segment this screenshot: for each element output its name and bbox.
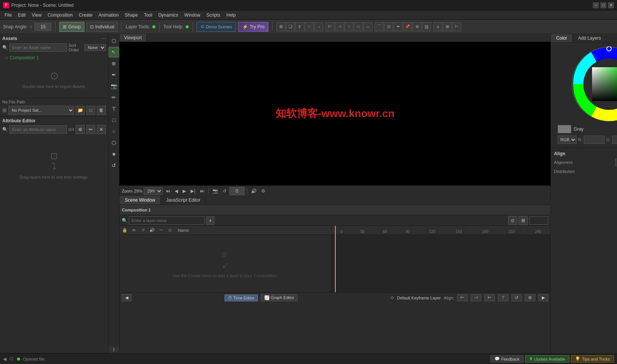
rotate-tool-button[interactable]: ↺ [109, 160, 119, 171]
vc-audio-button[interactable]: 🔊 [250, 188, 258, 194]
rotate-kf-btn[interactable]: ↺ [512, 294, 522, 301]
menu-animation[interactable]: Animation [96, 12, 122, 19]
time-editor-button[interactable]: ⏱ Time Editor [225, 295, 258, 301]
align-left-btn[interactable]: ⊢ [326, 22, 335, 31]
graph-editor-button[interactable]: 📈 Graph Editor [261, 294, 298, 301]
table-btn[interactable]: ⊞ [443, 22, 452, 31]
menu-help[interactable]: Help [223, 12, 239, 19]
vc-play-button[interactable]: ▶ [181, 188, 188, 194]
demo-scenes-button[interactable]: ⊙ Demo Scenes [197, 22, 236, 32]
copy-icon-btn[interactable]: ❑ [286, 22, 295, 31]
collapse-button[interactable]: ◀ [122, 294, 132, 301]
minimize-button[interactable]: ─ [593, 2, 599, 8]
project-folder-button[interactable]: 📁 [76, 106, 85, 115]
pin-btn[interactable]: 📌 [403, 22, 412, 31]
menu-window[interactable]: Window [181, 12, 203, 19]
align-left-kf-btn[interactable]: ⊢ [457, 294, 468, 301]
project-new-button[interactable]: □ [86, 106, 95, 115]
assets-search-input[interactable] [9, 43, 67, 52]
close-button[interactable]: ✕ [608, 2, 614, 8]
magnet-btn[interactable]: ⊛ [412, 22, 422, 31]
expand-btn[interactable]: ⊢ [452, 22, 461, 31]
align-v-btn[interactable]: ⁝⁝ [354, 22, 363, 31]
polygon-tool-button[interactable]: ⬡ [109, 137, 119, 148]
tool-strip-expand[interactable]: ⟫ [109, 347, 119, 352]
star-tool-button[interactable]: ★ [109, 149, 119, 159]
feedback-button[interactable]: 💬 Feedback [490, 355, 524, 362]
viewport-canvas[interactable]: 知软博客-www.knowr.cn [119, 42, 550, 185]
attr-search-input[interactable] [9, 125, 67, 134]
vc-first-button[interactable]: ⏮ [164, 188, 172, 194]
align-top-kf-btn[interactable]: ⊤ [498, 294, 508, 301]
vc-prev-button[interactable]: ◀ [173, 188, 180, 194]
maximize-button[interactable]: □ [600, 2, 606, 8]
tips-button[interactable]: 💡 Tips and Tricks [571, 355, 614, 362]
tl-frame-input[interactable]: 0 [529, 216, 548, 225]
status-icon-btn-2[interactable]: 🗨 [9, 356, 14, 362]
vc-camera-button[interactable]: 📷 [211, 188, 220, 194]
align-spread-btn[interactable]: ↔ [363, 22, 372, 31]
tab-viewport[interactable]: Viewport [119, 34, 146, 42]
chain-btn[interactable]: ⛓ [422, 22, 431, 31]
arrow-icon-btn[interactable]: → [314, 22, 323, 31]
attr-edit-button[interactable]: ✏ [86, 125, 95, 134]
vc-settings-button[interactable]: ⚙ [260, 188, 267, 194]
layer-add-button[interactable]: + [206, 216, 214, 225]
lasso-tool-button[interactable]: ⊛ [109, 58, 119, 69]
assets-menu-icon[interactable]: ⋯ [101, 35, 106, 42]
arrow-tool-button[interactable]: ↖ [109, 47, 119, 57]
vc-loop-button[interactable]: ↺ [221, 188, 228, 194]
vc-last-button[interactable]: ⏭ [198, 188, 206, 194]
zoom-select[interactable]: 29% 50% 100% [144, 187, 163, 195]
tab-scene-window[interactable]: Scene Window [119, 196, 161, 204]
vc-frame-input[interactable] [229, 187, 245, 195]
tab-js-editor[interactable]: JavaScript Editor [161, 196, 206, 204]
asset-composition-item[interactable]: □ Composition 1 [2, 54, 106, 61]
menu-file[interactable]: File [2, 12, 15, 19]
try-pro-button[interactable]: ⚡ Try Pro [238, 22, 268, 32]
tab-add-layers[interactable]: Add Layers [573, 34, 607, 42]
align-center-h-btn[interactable]: ⊣ [335, 22, 344, 31]
list-btn[interactable]: ≡ [433, 22, 442, 31]
color-wheel-container[interactable] [571, 46, 617, 122]
update-button[interactable]: ⬆ Update Available [525, 355, 569, 362]
color-swatch[interactable] [558, 125, 571, 133]
attr-clear-button[interactable]: ✕ [97, 125, 106, 134]
rgb-mode-select[interactable]: RGB HSL HEX [558, 136, 577, 144]
project-delete-button[interactable]: 🗑 [97, 106, 106, 115]
tl-vis-button[interactable]: ⊙ [508, 216, 517, 225]
menu-scripts[interactable]: Scripts [203, 12, 223, 19]
align-center-kf-btn[interactable]: ⊣ [471, 294, 481, 301]
tab-color[interactable]: Color [551, 34, 573, 42]
circle-tool-button[interactable]: ○ [109, 126, 119, 137]
camera-tool-button[interactable]: 📷 [109, 81, 119, 91]
project-select[interactable]: No Project Set... [8, 106, 74, 115]
pen-tool-button[interactable]: ✒ [109, 69, 119, 80]
align-right-kf-btn[interactable]: ⊢ [484, 294, 495, 301]
attr-settings-button[interactable]: ⚙ [76, 125, 85, 134]
vc-next-button[interactable]: ▶| [189, 188, 197, 194]
timeline-playhead[interactable] [335, 226, 336, 292]
align-left-edge-btn[interactable]: ⊢ [615, 159, 617, 166]
menu-create[interactable]: Create [76, 12, 96, 19]
align-right-btn[interactable]: ⁝ [344, 22, 353, 31]
sort-order-select[interactable]: None [84, 44, 106, 51]
menu-shape[interactable]: Shape [122, 12, 141, 19]
more-kf-btn[interactable]: ▶ [538, 294, 548, 301]
settings-kf-btn[interactable]: ⚙ [525, 294, 535, 301]
curve-btn[interactable]: ⌒ [375, 22, 384, 31]
snap-angle-input[interactable] [34, 23, 51, 31]
pen-btn[interactable]: ✒ [394, 22, 403, 31]
rect-tool-button[interactable]: □ [109, 115, 119, 125]
layout-btn[interactable]: ⊡ [384, 22, 393, 31]
r-value-input[interactable]: 122 [584, 136, 605, 144]
dots-icon-btn[interactable]: ⁝⁝ [305, 22, 314, 31]
tl-settings-button[interactable]: ⊞ [519, 216, 528, 225]
menu-edit[interactable]: Edit [15, 12, 29, 19]
individual-button[interactable]: ⊡ Individual [87, 22, 118, 32]
layer-search-input[interactable] [129, 216, 205, 225]
group-button[interactable]: ⊞ Group [59, 22, 84, 32]
menu-tool[interactable]: Tool [141, 12, 155, 19]
font-icon-btn[interactable]: F [295, 22, 304, 31]
menu-dynamics[interactable]: Dynamics [155, 12, 181, 19]
